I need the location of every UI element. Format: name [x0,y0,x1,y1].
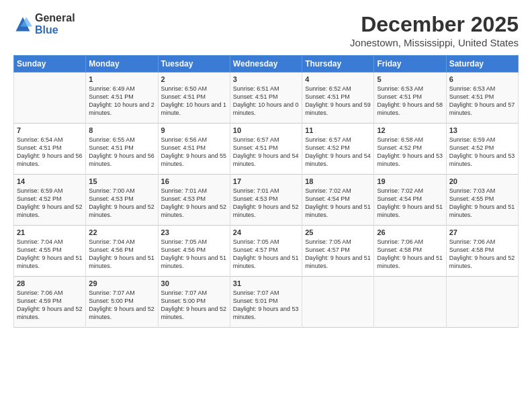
calendar-cell: 3Sunrise: 6:51 AMSunset: 4:51 PMDaylight… [230,73,302,124]
calendar-cell: 29Sunrise: 7:07 AMSunset: 5:00 PMDayligh… [86,277,158,328]
day-number: 19 [377,177,443,185]
calendar-cell [302,277,374,328]
day-number: 1 [89,75,154,83]
calendar-week-2: 14Sunrise: 6:59 AMSunset: 4:52 PMDayligh… [14,175,519,226]
day-number: 30 [161,279,227,287]
calendar-cell: 5Sunrise: 6:53 AMSunset: 4:51 PMDaylight… [374,73,446,124]
day-number: 14 [17,177,83,185]
day-number: 9 [161,126,227,134]
header-thursday: Thursday [302,56,374,73]
cell-content: Sunrise: 7:04 AMSunset: 4:55 PMDaylight:… [17,238,83,271]
day-number: 16 [161,177,227,185]
header-row: Sunday Monday Tuesday Wednesday Thursday… [14,56,519,73]
cell-content: Sunrise: 7:06 AMSunset: 4:58 PMDaylight:… [377,238,443,271]
cell-content: Sunrise: 6:55 AMSunset: 4:51 PMDaylight:… [89,136,154,169]
cell-content: Sunrise: 7:03 AMSunset: 4:55 PMDaylight:… [449,187,515,220]
day-number: 21 [17,228,83,236]
calendar-cell: 8Sunrise: 6:55 AMSunset: 4:51 PMDaylight… [86,124,158,175]
header: General Blue December 2025 Jonestown, Mi… [13,12,519,48]
day-number: 22 [89,228,154,236]
cell-content: Sunrise: 6:57 AMSunset: 4:51 PMDaylight:… [233,136,299,169]
calendar-cell: 10Sunrise: 6:57 AMSunset: 4:51 PMDayligh… [230,124,302,175]
cell-content: Sunrise: 6:57 AMSunset: 4:52 PMDaylight:… [305,136,371,169]
location: Jonestown, Mississippi, United States [350,37,519,48]
logo-blue: Blue [35,24,75,36]
day-number: 13 [449,126,515,134]
calendar-week-3: 21Sunrise: 7:04 AMSunset: 4:55 PMDayligh… [14,226,519,277]
calendar-cell: 31Sunrise: 7:07 AMSunset: 5:01 PMDayligh… [230,277,302,328]
day-number: 27 [449,228,515,236]
day-number: 2 [161,75,227,83]
calendar-cell: 23Sunrise: 7:05 AMSunset: 4:56 PMDayligh… [158,226,230,277]
day-number: 29 [89,279,154,287]
day-number: 31 [233,279,299,287]
calendar-cell: 26Sunrise: 7:06 AMSunset: 4:58 PMDayligh… [374,226,446,277]
header-wednesday: Wednesday [230,56,302,73]
header-friday: Friday [374,56,446,73]
day-number: 6 [449,75,515,83]
calendar-week-0: 1Sunrise: 6:49 AMSunset: 4:51 PMDaylight… [14,73,519,124]
day-number: 18 [305,177,371,185]
cell-content: Sunrise: 7:05 AMSunset: 4:56 PMDaylight:… [161,238,227,271]
calendar-cell: 4Sunrise: 6:52 AMSunset: 4:51 PMDaylight… [302,73,374,124]
calendar-cell: 24Sunrise: 7:05 AMSunset: 4:57 PMDayligh… [230,226,302,277]
calendar-cell [446,277,518,328]
calendar-cell: 28Sunrise: 7:06 AMSunset: 4:59 PMDayligh… [14,277,86,328]
header-saturday: Saturday [446,56,518,73]
calendar-cell [374,277,446,328]
day-number: 12 [377,126,443,134]
calendar-cell: 13Sunrise: 6:59 AMSunset: 4:52 PMDayligh… [446,124,518,175]
calendar-cell: 2Sunrise: 6:50 AMSunset: 4:51 PMDaylight… [158,73,230,124]
cell-content: Sunrise: 7:07 AMSunset: 5:01 PMDaylight:… [233,289,299,322]
calendar-cell: 22Sunrise: 7:04 AMSunset: 4:56 PMDayligh… [86,226,158,277]
calendar-cell: 12Sunrise: 6:58 AMSunset: 4:52 PMDayligh… [374,124,446,175]
day-number: 23 [161,228,227,236]
logo-icon [13,15,32,34]
calendar-page: General Blue December 2025 Jonestown, Mi… [0,0,532,411]
cell-content: Sunrise: 7:02 AMSunset: 4:54 PMDaylight:… [377,187,443,220]
calendar-cell: 18Sunrise: 7:02 AMSunset: 4:54 PMDayligh… [302,175,374,226]
calendar-cell: 16Sunrise: 7:01 AMSunset: 4:53 PMDayligh… [158,175,230,226]
logo-general: General [35,12,75,24]
calendar-cell: 17Sunrise: 7:01 AMSunset: 4:53 PMDayligh… [230,175,302,226]
calendar-cell [14,73,86,124]
day-number: 15 [89,177,154,185]
day-number: 25 [305,228,371,236]
calendar-week-4: 28Sunrise: 7:06 AMSunset: 4:59 PMDayligh… [14,277,519,328]
day-number: 17 [233,177,299,185]
day-number: 5 [377,75,443,83]
calendar-cell: 30Sunrise: 7:07 AMSunset: 5:00 PMDayligh… [158,277,230,328]
cell-content: Sunrise: 6:50 AMSunset: 4:51 PMDaylight:… [161,85,227,118]
cell-content: Sunrise: 6:56 AMSunset: 4:51 PMDaylight:… [161,136,227,169]
cell-content: Sunrise: 7:06 AMSunset: 4:59 PMDaylight:… [17,289,83,322]
cell-content: Sunrise: 6:58 AMSunset: 4:52 PMDaylight:… [377,136,443,169]
day-number: 11 [305,126,371,134]
calendar-week-1: 7Sunrise: 6:54 AMSunset: 4:51 PMDaylight… [14,124,519,175]
logo: General Blue [13,12,75,36]
day-number: 20 [449,177,515,185]
calendar-cell: 6Sunrise: 6:53 AMSunset: 4:51 PMDaylight… [446,73,518,124]
cell-content: Sunrise: 6:59 AMSunset: 4:52 PMDaylight:… [17,187,83,220]
day-number: 10 [233,126,299,134]
calendar-cell: 11Sunrise: 6:57 AMSunset: 4:52 PMDayligh… [302,124,374,175]
cell-content: Sunrise: 7:01 AMSunset: 4:53 PMDaylight:… [233,187,299,220]
calendar-cell: 15Sunrise: 7:00 AMSunset: 4:53 PMDayligh… [86,175,158,226]
header-monday: Monday [86,56,158,73]
calendar-cell: 27Sunrise: 7:06 AMSunset: 4:58 PMDayligh… [446,226,518,277]
cell-content: Sunrise: 7:05 AMSunset: 4:57 PMDaylight:… [233,238,299,271]
cell-content: Sunrise: 7:01 AMSunset: 4:53 PMDaylight:… [161,187,227,220]
calendar-header: Sunday Monday Tuesday Wednesday Thursday… [14,56,519,73]
cell-content: Sunrise: 7:07 AMSunset: 5:00 PMDaylight:… [161,289,227,322]
cell-content: Sunrise: 6:59 AMSunset: 4:52 PMDaylight:… [449,136,515,169]
cell-content: Sunrise: 7:05 AMSunset: 4:57 PMDaylight:… [305,238,371,271]
cell-content: Sunrise: 7:07 AMSunset: 5:00 PMDaylight:… [89,289,154,322]
cell-content: Sunrise: 6:52 AMSunset: 4:51 PMDaylight:… [305,85,371,118]
header-sunday: Sunday [14,56,86,73]
cell-content: Sunrise: 6:49 AMSunset: 4:51 PMDaylight:… [89,85,154,118]
day-number: 7 [17,126,83,134]
calendar-cell: 21Sunrise: 7:04 AMSunset: 4:55 PMDayligh… [14,226,86,277]
calendar-cell: 7Sunrise: 6:54 AMSunset: 4:51 PMDaylight… [14,124,86,175]
day-number: 3 [233,75,299,83]
header-tuesday: Tuesday [158,56,230,73]
cell-content: Sunrise: 7:00 AMSunset: 4:53 PMDaylight:… [89,187,154,220]
